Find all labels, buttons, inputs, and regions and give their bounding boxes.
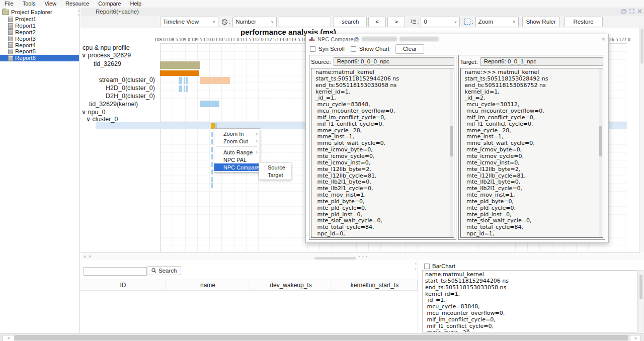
scrollbar-thumb[interactable] — [450, 126, 453, 156]
collapse-down-icon[interactable]: ∨ — [89, 254, 91, 259]
explorer-item-report5[interactable]: Report5 — [0, 48, 79, 55]
expand-panel-icon[interactable] — [629, 9, 634, 14]
timeline-bar-stream[interactable] — [179, 77, 182, 84]
table-header-id[interactable]: ID — [80, 280, 166, 290]
search-button[interactable]: search — [334, 17, 367, 27]
timeline-row-h2d-0-cluster-0[interactable]: H2D_0(cluster_0) — [74, 84, 155, 92]
timeline-bar-h2d[interactable] — [184, 86, 185, 92]
timeline-row-stream-0-cluster-0[interactable]: stream_0(cluster_0) — [74, 76, 155, 83]
search-type-select[interactable]: Number∨ — [232, 17, 277, 27]
collapse-right-icon[interactable]: › — [415, 267, 417, 271]
menu-item-view[interactable]: View — [40, 0, 61, 8]
timeline-bar-stream[interactable] — [186, 77, 188, 84]
timeline-bar-npc0[interactable] — [211, 132, 213, 137]
view-mode-select[interactable]: Timeline View∨ — [160, 17, 218, 27]
panel-splitter-strip[interactable]: ∧ ∨ • • • — [80, 253, 644, 261]
next-result-button[interactable]: > — [387, 17, 405, 27]
context-menu-zoom-out[interactable]: Zoom Out› — [214, 137, 260, 145]
target-report-field[interactable]: Report6: 0_0_1_npc — [480, 57, 603, 66]
table-header-name[interactable]: name — [166, 280, 250, 290]
count-select[interactable]: 0∨ — [421, 17, 460, 27]
search-input[interactable] — [279, 17, 331, 27]
source-kernel-details[interactable]: name:matmul_kernelstart_ts:5051181529442… — [311, 68, 454, 238]
close-panel-icon[interactable] — [637, 9, 642, 14]
table-search-button[interactable]: Search — [147, 266, 181, 275]
timeline-bar-npc3[interactable] — [211, 154, 213, 159]
timeline-bar-tid-upper[interactable] — [160, 61, 200, 69]
scrollbar-thumb[interactable] — [15, 335, 628, 340]
submenu-item-source[interactable]: Source — [259, 163, 291, 171]
scrollbar-thumb[interactable] — [599, 126, 602, 156]
explorer-item-report3[interactable]: Report3 — [0, 35, 79, 42]
restore-button[interactable]: Restore — [565, 17, 603, 27]
timeline-bar-tid-lower[interactable] — [160, 70, 199, 76]
clear-button[interactable]: Clear — [395, 44, 424, 54]
timeline-row-cluster-0[interactable]: ∨ cluster_0 — [86, 115, 118, 123]
source-scrollbar[interactable] — [450, 69, 453, 237]
explorer-item-report4[interactable]: Report4 — [0, 42, 79, 48]
timeline-bar-h2d[interactable] — [179, 86, 182, 92]
bottom-horizontal-scrollbar[interactable]: < > — [0, 333, 644, 341]
menu-item-help[interactable]: Help — [125, 0, 146, 8]
selected-kernel-details[interactable]: name:matmul_kernelstart_ts:5051181529442… — [422, 270, 637, 332]
timeline-row-cpu-npu-profile[interactable]: cpu & npu profile — [83, 44, 130, 51]
context-menu-zoom-in[interactable]: Zoom In› — [214, 130, 260, 137]
table-header-kernelfun-start-ts[interactable]: kernelfun_start_ts — [332, 280, 418, 290]
splitter-collapse-right-icon[interactable]: › — [78, 13, 79, 17]
target-scrollbar[interactable] — [599, 69, 602, 237]
dialog-title-bar[interactable]: NPC Compare@ × — [306, 34, 608, 44]
timeline-row-process-32629[interactable]: ∨ process_32629 — [82, 51, 131, 59]
float-panel-icon[interactable] — [621, 9, 626, 14]
target-kernel-details[interactable]: name:>>> matmul_kernelstart_ts:505118153… — [460, 68, 604, 238]
explorer-item-report1[interactable]: Report1 — [0, 23, 79, 29]
menu-item-compare[interactable]: Compare — [94, 0, 125, 8]
barchart-checkbox[interactable] — [424, 264, 430, 269]
timeline-row-npu-0[interactable]: ∨ npu_0 — [82, 108, 105, 116]
syn-scroll-checkbox[interactable] — [310, 46, 315, 52]
menu-item-file[interactable]: File — [0, 0, 18, 8]
show-chart-checkbox[interactable] — [351, 46, 356, 52]
timeline-vertical-scrollbar[interactable] — [639, 28, 644, 252]
context-menu-npc-pal[interactable]: NPC PAL — [214, 156, 260, 163]
timeline-bar-npc4[interactable] — [211, 162, 213, 167]
timeline-row-tid-32629[interactable]: tid_32629 — [94, 60, 121, 67]
source-report-field[interactable]: Report6: 0_0_0_npc — [334, 57, 454, 66]
timeline-bar-kernel[interactable] — [210, 101, 219, 107]
menu-item-resource[interactable]: Resource — [61, 0, 94, 8]
timeline-bar-stream[interactable] — [184, 77, 185, 84]
timeline-bar-npc7[interactable] — [211, 183, 213, 188]
timeline-bar-stream[interactable] — [200, 77, 230, 84]
explorer-item-report2[interactable]: Report2 — [0, 29, 79, 36]
context-menu-auto-range[interactable]: Auto Range› — [214, 148, 260, 156]
scrollbar-thumb[interactable] — [639, 275, 642, 299]
submenu-item-target[interactable]: Target — [259, 171, 291, 179]
timeline-bar-npc6[interactable] — [211, 177, 213, 182]
context-menu-npc-compare[interactable]: NPC Compare› — [214, 163, 260, 171]
timeline-bar-npc1[interactable] — [211, 139, 213, 144]
menu-item-tools[interactable]: Tools — [18, 0, 40, 8]
table-header-dev-wakeup-ts[interactable]: dev_wakeup_ts — [250, 280, 332, 290]
explorer-item-project1[interactable]: Project1 — [0, 16, 79, 23]
timeline-row-tid-32629-kernel[interactable]: tid_32629(kernel) — [89, 101, 138, 108]
tab-report6[interactable]: Report6(+cache) — [96, 8, 139, 16]
barchart-scrollbar[interactable] — [638, 270, 643, 332]
drag-mode-select[interactable]: Zoom∨ — [475, 17, 519, 27]
dialog-close-icon[interactable]: × — [601, 36, 605, 42]
timeline-row-d2h-0-cluster-0[interactable]: D2H_0(cluster_0) — [74, 93, 155, 100]
scrollbar-thumb[interactable] — [640, 29, 643, 64]
collapse-left-icon[interactable]: ‹ — [415, 262, 417, 266]
table-search-input[interactable] — [84, 267, 147, 276]
prev-result-button[interactable]: < — [368, 17, 386, 27]
splitter-grip-icon[interactable]: • • • — [359, 254, 368, 259]
explorer-item-report6[interactable]: Report6 — [0, 55, 79, 61]
scroll-right-button[interactable]: > — [630, 335, 641, 341]
timeline-hscroll-thumb[interactable] — [314, 257, 356, 260]
timeline-bar-npc5[interactable] — [211, 169, 213, 175]
timeline-bar-kernel[interactable] — [200, 101, 209, 107]
scroll-left-button[interactable]: < — [3, 335, 15, 341]
timeline-bar-h2d[interactable] — [186, 86, 188, 92]
kernel-param-line: mif_im_conflict_cycle=0, — [425, 317, 637, 323]
collapse-up-icon[interactable]: ∧ — [84, 254, 86, 259]
show-ruler-button[interactable]: Show Ruler — [522, 17, 560, 27]
timeline-bar-npc2[interactable] — [211, 147, 213, 152]
